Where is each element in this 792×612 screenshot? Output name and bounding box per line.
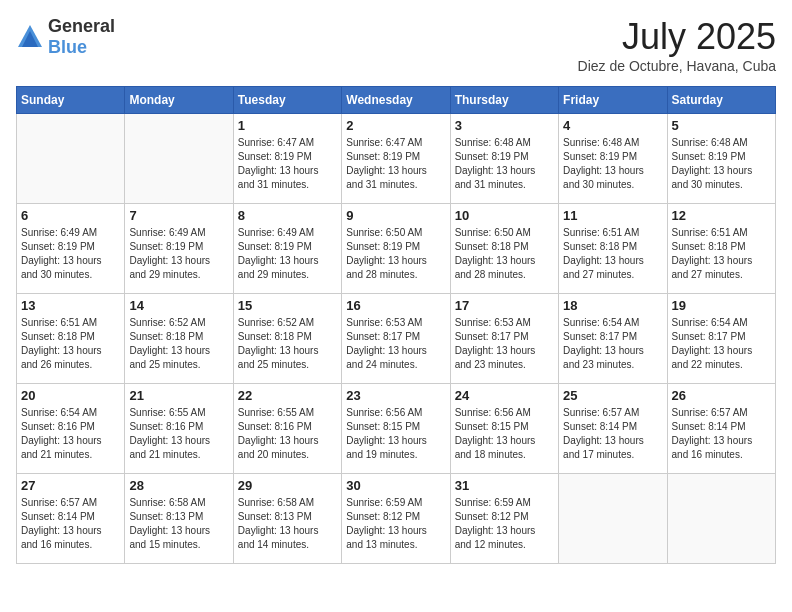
day-number: 31	[455, 478, 554, 493]
day-detail: Sunrise: 6:52 AM Sunset: 8:18 PM Dayligh…	[129, 316, 228, 372]
day-detail: Sunrise: 6:48 AM Sunset: 8:19 PM Dayligh…	[672, 136, 771, 192]
day-cell: 6Sunrise: 6:49 AM Sunset: 8:19 PM Daylig…	[17, 204, 125, 294]
day-cell	[667, 474, 775, 564]
day-cell: 4Sunrise: 6:48 AM Sunset: 8:19 PM Daylig…	[559, 114, 667, 204]
day-detail: Sunrise: 6:49 AM Sunset: 8:19 PM Dayligh…	[21, 226, 120, 282]
day-cell: 9Sunrise: 6:50 AM Sunset: 8:19 PM Daylig…	[342, 204, 450, 294]
day-detail: Sunrise: 6:50 AM Sunset: 8:18 PM Dayligh…	[455, 226, 554, 282]
day-number: 3	[455, 118, 554, 133]
day-cell: 14Sunrise: 6:52 AM Sunset: 8:18 PM Dayli…	[125, 294, 233, 384]
day-detail: Sunrise: 6:58 AM Sunset: 8:13 PM Dayligh…	[129, 496, 228, 552]
day-cell: 1Sunrise: 6:47 AM Sunset: 8:19 PM Daylig…	[233, 114, 341, 204]
day-detail: Sunrise: 6:56 AM Sunset: 8:15 PM Dayligh…	[455, 406, 554, 462]
day-number: 7	[129, 208, 228, 223]
day-number: 15	[238, 298, 337, 313]
day-detail: Sunrise: 6:54 AM Sunset: 8:17 PM Dayligh…	[672, 316, 771, 372]
weekday-header-sunday: Sunday	[17, 87, 125, 114]
day-number: 21	[129, 388, 228, 403]
day-number: 9	[346, 208, 445, 223]
calendar-table: SundayMondayTuesdayWednesdayThursdayFrid…	[16, 86, 776, 564]
day-cell: 11Sunrise: 6:51 AM Sunset: 8:18 PM Dayli…	[559, 204, 667, 294]
day-cell: 16Sunrise: 6:53 AM Sunset: 8:17 PM Dayli…	[342, 294, 450, 384]
day-number: 23	[346, 388, 445, 403]
day-detail: Sunrise: 6:58 AM Sunset: 8:13 PM Dayligh…	[238, 496, 337, 552]
day-cell	[559, 474, 667, 564]
day-cell: 19Sunrise: 6:54 AM Sunset: 8:17 PM Dayli…	[667, 294, 775, 384]
day-detail: Sunrise: 6:50 AM Sunset: 8:19 PM Dayligh…	[346, 226, 445, 282]
day-cell: 21Sunrise: 6:55 AM Sunset: 8:16 PM Dayli…	[125, 384, 233, 474]
day-detail: Sunrise: 6:54 AM Sunset: 8:16 PM Dayligh…	[21, 406, 120, 462]
weekday-header-monday: Monday	[125, 87, 233, 114]
day-number: 20	[21, 388, 120, 403]
day-cell: 7Sunrise: 6:49 AM Sunset: 8:19 PM Daylig…	[125, 204, 233, 294]
day-number: 22	[238, 388, 337, 403]
day-detail: Sunrise: 6:51 AM Sunset: 8:18 PM Dayligh…	[672, 226, 771, 282]
day-detail: Sunrise: 6:56 AM Sunset: 8:15 PM Dayligh…	[346, 406, 445, 462]
day-detail: Sunrise: 6:59 AM Sunset: 8:12 PM Dayligh…	[346, 496, 445, 552]
day-cell	[17, 114, 125, 204]
calendar-body: 1Sunrise: 6:47 AM Sunset: 8:19 PM Daylig…	[17, 114, 776, 564]
week-row-4: 20Sunrise: 6:54 AM Sunset: 8:16 PM Dayli…	[17, 384, 776, 474]
day-cell: 8Sunrise: 6:49 AM Sunset: 8:19 PM Daylig…	[233, 204, 341, 294]
day-detail: Sunrise: 6:57 AM Sunset: 8:14 PM Dayligh…	[21, 496, 120, 552]
day-detail: Sunrise: 6:51 AM Sunset: 8:18 PM Dayligh…	[563, 226, 662, 282]
day-cell: 18Sunrise: 6:54 AM Sunset: 8:17 PM Dayli…	[559, 294, 667, 384]
day-cell: 15Sunrise: 6:52 AM Sunset: 8:18 PM Dayli…	[233, 294, 341, 384]
day-cell: 2Sunrise: 6:47 AM Sunset: 8:19 PM Daylig…	[342, 114, 450, 204]
day-detail: Sunrise: 6:48 AM Sunset: 8:19 PM Dayligh…	[455, 136, 554, 192]
day-number: 25	[563, 388, 662, 403]
day-cell: 30Sunrise: 6:59 AM Sunset: 8:12 PM Dayli…	[342, 474, 450, 564]
day-detail: Sunrise: 6:49 AM Sunset: 8:19 PM Dayligh…	[129, 226, 228, 282]
logo: General Blue	[16, 16, 115, 58]
logo-icon	[16, 23, 44, 51]
day-cell	[125, 114, 233, 204]
day-cell: 10Sunrise: 6:50 AM Sunset: 8:18 PM Dayli…	[450, 204, 558, 294]
day-number: 29	[238, 478, 337, 493]
day-cell: 27Sunrise: 6:57 AM Sunset: 8:14 PM Dayli…	[17, 474, 125, 564]
day-number: 26	[672, 388, 771, 403]
day-cell: 3Sunrise: 6:48 AM Sunset: 8:19 PM Daylig…	[450, 114, 558, 204]
day-cell: 12Sunrise: 6:51 AM Sunset: 8:18 PM Dayli…	[667, 204, 775, 294]
logo-general-text: General	[48, 16, 115, 36]
day-number: 16	[346, 298, 445, 313]
day-number: 1	[238, 118, 337, 133]
week-row-3: 13Sunrise: 6:51 AM Sunset: 8:18 PM Dayli…	[17, 294, 776, 384]
day-number: 12	[672, 208, 771, 223]
day-number: 2	[346, 118, 445, 133]
day-number: 14	[129, 298, 228, 313]
logo-blue-text: Blue	[48, 37, 87, 57]
day-number: 5	[672, 118, 771, 133]
weekday-header-thursday: Thursday	[450, 87, 558, 114]
day-cell: 13Sunrise: 6:51 AM Sunset: 8:18 PM Dayli…	[17, 294, 125, 384]
week-row-1: 1Sunrise: 6:47 AM Sunset: 8:19 PM Daylig…	[17, 114, 776, 204]
day-cell: 31Sunrise: 6:59 AM Sunset: 8:12 PM Dayli…	[450, 474, 558, 564]
calendar-subtitle: Diez de Octubre, Havana, Cuba	[578, 58, 776, 74]
day-detail: Sunrise: 6:53 AM Sunset: 8:17 PM Dayligh…	[346, 316, 445, 372]
day-number: 19	[672, 298, 771, 313]
day-number: 4	[563, 118, 662, 133]
weekday-header-friday: Friday	[559, 87, 667, 114]
day-number: 10	[455, 208, 554, 223]
day-number: 17	[455, 298, 554, 313]
week-row-5: 27Sunrise: 6:57 AM Sunset: 8:14 PM Dayli…	[17, 474, 776, 564]
day-detail: Sunrise: 6:53 AM Sunset: 8:17 PM Dayligh…	[455, 316, 554, 372]
weekday-header-wednesday: Wednesday	[342, 87, 450, 114]
day-cell: 22Sunrise: 6:55 AM Sunset: 8:16 PM Dayli…	[233, 384, 341, 474]
day-detail: Sunrise: 6:57 AM Sunset: 8:14 PM Dayligh…	[672, 406, 771, 462]
week-row-2: 6Sunrise: 6:49 AM Sunset: 8:19 PM Daylig…	[17, 204, 776, 294]
day-number: 24	[455, 388, 554, 403]
day-cell: 5Sunrise: 6:48 AM Sunset: 8:19 PM Daylig…	[667, 114, 775, 204]
day-cell: 23Sunrise: 6:56 AM Sunset: 8:15 PM Dayli…	[342, 384, 450, 474]
day-cell: 28Sunrise: 6:58 AM Sunset: 8:13 PM Dayli…	[125, 474, 233, 564]
day-number: 30	[346, 478, 445, 493]
calendar-header: SundayMondayTuesdayWednesdayThursdayFrid…	[17, 87, 776, 114]
weekday-header-tuesday: Tuesday	[233, 87, 341, 114]
day-detail: Sunrise: 6:51 AM Sunset: 8:18 PM Dayligh…	[21, 316, 120, 372]
day-detail: Sunrise: 6:48 AM Sunset: 8:19 PM Dayligh…	[563, 136, 662, 192]
day-detail: Sunrise: 6:49 AM Sunset: 8:19 PM Dayligh…	[238, 226, 337, 282]
day-number: 27	[21, 478, 120, 493]
day-detail: Sunrise: 6:59 AM Sunset: 8:12 PM Dayligh…	[455, 496, 554, 552]
weekday-row: SundayMondayTuesdayWednesdayThursdayFrid…	[17, 87, 776, 114]
calendar-title: July 2025	[578, 16, 776, 58]
day-detail: Sunrise: 6:52 AM Sunset: 8:18 PM Dayligh…	[238, 316, 337, 372]
